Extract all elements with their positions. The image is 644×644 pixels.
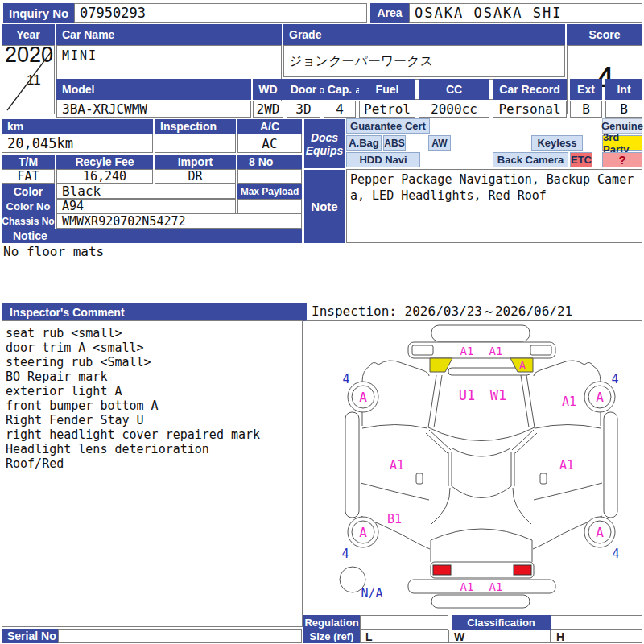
comment-line: front bumper bottom A (6, 398, 299, 413)
left-door-handle (416, 473, 423, 484)
notice-header: Notice (2, 229, 302, 243)
ac-header: A/C (237, 119, 302, 134)
mark-front-bumper-1: A1 (460, 345, 474, 357)
taillight-left (433, 565, 451, 575)
rear-bumper-bottom (431, 595, 530, 608)
grade-header: Grade (283, 24, 565, 45)
ext-header: Ext (570, 79, 602, 100)
model-value: 3BA-XRJCWMW (56, 101, 251, 118)
classification-value (551, 615, 642, 630)
hood-corner-left-mark (430, 358, 452, 372)
mark-windshield-w1: W1 (490, 387, 506, 403)
comment-line: Roof/Red (6, 456, 299, 471)
color-header: Color (2, 184, 55, 199)
comment-line: Right Fender Stay U (6, 413, 299, 427)
year-slash (2, 46, 54, 114)
classification-header: Classification (452, 615, 551, 630)
note-label: Note (304, 170, 345, 243)
color-no-value: A94 (56, 199, 236, 213)
tm-header: T/M (2, 155, 55, 169)
serial-no-header: Serial No (2, 629, 58, 643)
seat-arc (452, 448, 510, 456)
area-label: Area (370, 3, 409, 23)
eight-no-header: 8 No (237, 155, 302, 169)
size-w: W (448, 630, 551, 643)
int-value: B (605, 101, 642, 118)
left-door-top (362, 425, 427, 429)
color-value: Black (56, 184, 236, 199)
mark-spare-tire: N/A (361, 586, 382, 601)
notice-text: No floor mats (3, 244, 406, 260)
wd-header: WD (253, 79, 283, 100)
wd-value: 2WD (253, 101, 283, 118)
score-header: Score (567, 24, 642, 45)
cap-header: Cap. (324, 79, 356, 100)
comment-line: BO Repair mark (6, 369, 299, 384)
headlight-right (530, 345, 551, 355)
headlight-left (412, 345, 433, 355)
ac-value: AC (237, 134, 302, 153)
serial-no-value (58, 629, 302, 643)
inspection-period: Inspection: 2026/03/23～2026/06/21 (303, 303, 642, 321)
rear-bumper (408, 580, 555, 593)
a-pillar-right (521, 375, 535, 427)
ext-value: B (570, 101, 602, 118)
size-h: H (551, 630, 642, 643)
mark-front-left-wheel: A (359, 390, 367, 405)
mark-left-quarter: B1 (387, 512, 402, 526)
grade-value: ジョンクーパーワークス (283, 45, 565, 77)
badge-aw: AW (428, 135, 451, 151)
mark-rear-right-tire: 4 (612, 547, 619, 561)
area-value: OSAKA OSAKA SHI (409, 3, 642, 23)
inspection-header: Inspection (155, 119, 236, 134)
recycle-fee-value: 16,240 (56, 169, 153, 184)
quarter-curves (431, 488, 531, 524)
comment-line: right headlight cover repaired mark (6, 427, 299, 442)
import-value: DR (155, 169, 236, 184)
mark-front-bumper-2: A1 (489, 345, 503, 357)
fuel-value: Petrol (359, 101, 415, 118)
mark-right-fender: A1 (562, 394, 576, 409)
car-name-header: Car Name (56, 24, 282, 45)
mark-front-left-tire: 4 (342, 372, 349, 386)
a-pillar-left (428, 375, 442, 427)
eight-no-value (237, 169, 302, 184)
inspection-value (155, 134, 236, 153)
equips-label: Equips (306, 144, 344, 157)
max-payload-value (237, 199, 302, 213)
note-text: Pepper Package Navigation, Backup Camera… (346, 169, 642, 243)
comment-line: door trim A <small> (6, 341, 299, 355)
comment-line: steering rub <Small> (6, 355, 299, 369)
b-pillar-right (512, 430, 537, 453)
recycle-fee-header: Recyle Fee (56, 155, 153, 169)
right-door-bottom (534, 483, 602, 500)
comment-line: exterior light A (6, 384, 299, 398)
badge-hdd-navi: HDD Navi (346, 152, 420, 167)
docs-label: Docs (311, 131, 338, 144)
km-header: km (2, 119, 153, 134)
right-door-handle (540, 473, 547, 484)
int-header: Int (605, 79, 642, 100)
badge-unknown: ? (602, 152, 642, 167)
mark-rear-left-tire: 4 (341, 547, 349, 561)
model-header: Model (56, 79, 251, 100)
badge-third-party: 3rd Party (602, 135, 642, 151)
max-payload-header: Max Payload (237, 184, 302, 199)
mark-rear-bumper-1: A1 (460, 580, 474, 593)
km-value: 20,045km (2, 134, 153, 153)
badge-abs: ABS (383, 135, 406, 151)
left-sill (345, 412, 359, 518)
right-sill (604, 412, 617, 518)
right-door-top (535, 425, 601, 429)
cap-value: 4 (324, 101, 356, 118)
color-no-header: Color No (2, 199, 55, 213)
tm-value: FAT (2, 169, 55, 184)
inspector-comment-header: Inspector's Comment (2, 303, 303, 320)
fuel-header: Fuel (359, 79, 415, 100)
mark-rear-bumper-2: A1 (489, 580, 503, 593)
mark-rear-right-wheel: A (596, 525, 604, 540)
inspector-comment-box: seat rub <small> door trim A <small> ste… (2, 320, 303, 627)
year-value-box: 2020 11 (2, 45, 55, 114)
car-record-value: Personal (493, 101, 567, 118)
comment-line: Headlight lens deterioration (6, 442, 299, 456)
